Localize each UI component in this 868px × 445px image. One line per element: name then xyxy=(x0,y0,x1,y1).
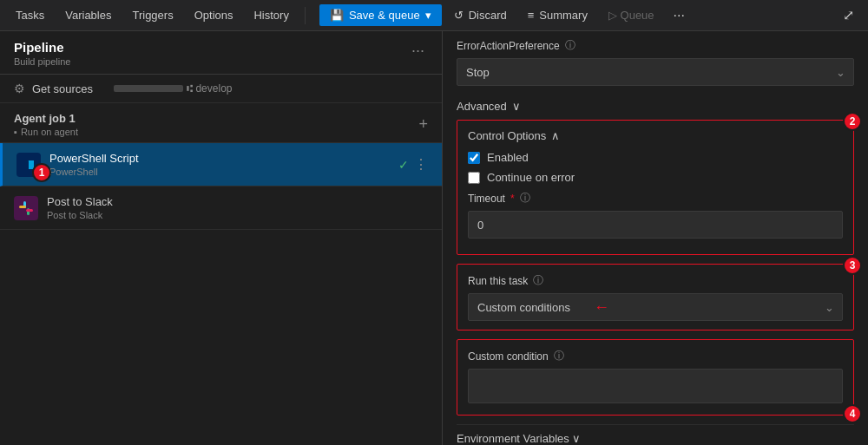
timeout-input[interactable] xyxy=(468,211,843,239)
right-panel: ErrorActionPreference ⓘ Stop Continue Si… xyxy=(443,31,868,445)
timeout-info-icon[interactable]: ⓘ xyxy=(520,191,530,206)
branch-name: develop xyxy=(195,82,232,95)
expand-button[interactable]: ⤢ xyxy=(836,3,861,28)
nav-triggers[interactable]: Triggers xyxy=(123,3,181,27)
custom-condition-label-row: Custom condition ⓘ xyxy=(468,349,843,363)
top-nav: Tasks Variables Triggers Options History… xyxy=(0,0,868,31)
summary-label: Summary xyxy=(539,9,588,22)
discard-label: Discard xyxy=(469,9,507,22)
advanced-chevron-icon: ∨ xyxy=(512,100,521,113)
error-action-label: ErrorActionPreference ⓘ xyxy=(457,38,854,53)
timeout-label-row: Timeout * ⓘ xyxy=(468,191,843,206)
task-actions-powershell: ✓ ⋮ xyxy=(398,156,428,173)
env-variables-label: Environment Variables xyxy=(457,432,569,445)
task-menu-icon[interactable]: ⋮ xyxy=(414,156,428,173)
branch-icon: ⑆ xyxy=(187,82,193,95)
svg-rect-4 xyxy=(19,206,26,208)
continue-on-error-label: Continue on error xyxy=(487,171,575,184)
continue-on-error-row: Continue on error xyxy=(468,171,843,184)
enabled-row: Enabled xyxy=(468,151,843,164)
custom-condition-label-text: Custom condition xyxy=(468,350,549,363)
enabled-checkbox[interactable] xyxy=(468,152,480,164)
queue-button: ▷ Queue xyxy=(600,4,663,26)
agent-job-info: Agent job 1 ▪ Run on agent xyxy=(14,112,78,137)
summary-icon: ≡ xyxy=(528,9,535,22)
add-task-button[interactable]: + xyxy=(418,115,428,134)
badge-4: 4 xyxy=(843,404,862,423)
control-options-box: 2 Control Options ∧ Enabled Continue on … xyxy=(457,120,854,255)
nav-history[interactable]: History xyxy=(245,3,297,27)
task-item-powershell[interactable]: PowerShell Script PowerShell ✓ ⋮ 1 xyxy=(0,143,442,187)
run-task-box: 3 Run this task ⓘ Custom conditions Alwa… xyxy=(457,264,854,330)
timeout-section: Timeout * ⓘ xyxy=(468,191,843,239)
task-item-slack[interactable]: Post to Slack Post to Slack xyxy=(0,187,442,230)
get-sources-label: Get sources xyxy=(32,82,93,95)
custom-condition-input[interactable] xyxy=(468,369,843,403)
agent-job-row: Agent job 1 ▪ Run on agent + xyxy=(0,103,442,143)
get-sources-row[interactable]: ⚙ Get sources ⑆ develop xyxy=(0,75,442,103)
control-options-header[interactable]: Control Options ∧ xyxy=(468,129,843,142)
run-task-select[interactable]: Custom conditions Always Only when a pre… xyxy=(468,293,843,321)
error-action-label-text: ErrorActionPreference xyxy=(457,40,560,52)
task-check-icon: ✓ xyxy=(398,158,409,172)
topnav-more-button[interactable]: ··· xyxy=(667,3,692,28)
nav-right: ⤢ xyxy=(836,3,861,28)
task-info-powershell: PowerShell Script PowerShell xyxy=(49,152,398,177)
error-action-select-wrapper: Stop Continue SilentlyContinue xyxy=(457,58,854,86)
slack-icon xyxy=(14,196,38,220)
run-task-label-text: Run this task xyxy=(468,275,528,287)
run-task-select-wrapper: Custom conditions Always Only when a pre… xyxy=(468,293,843,321)
nav-tasks[interactable]: Tasks xyxy=(7,3,53,27)
agent-job-subtitle: Run on agent xyxy=(21,127,78,137)
task-list: PowerShell Script PowerShell ✓ ⋮ 1 xyxy=(0,143,442,445)
task-sub-slack: Post to Slack xyxy=(47,210,428,220)
agent-job-sub: ▪ Run on agent xyxy=(14,127,78,137)
branch-bar xyxy=(114,85,183,92)
svg-marker-1 xyxy=(23,160,29,169)
get-sources-branch: ⑆ develop xyxy=(114,82,232,95)
agent-job-title: Agent job 1 xyxy=(14,112,78,125)
pipeline-info: Pipeline Build pipeline xyxy=(14,40,70,67)
timeout-label-text: Timeout xyxy=(468,193,505,205)
get-sources-icon: ⚙ xyxy=(14,82,25,95)
custom-condition-info-icon[interactable]: ⓘ xyxy=(554,349,564,363)
error-action-select[interactable]: Stop Continue SilentlyContinue xyxy=(457,58,854,86)
summary-button[interactable]: ≡ Summary xyxy=(519,4,596,26)
task-info-slack: Post to Slack Post to Slack xyxy=(47,195,428,220)
right-panel-inner: ErrorActionPreference ⓘ Stop Continue Si… xyxy=(443,38,868,445)
svg-rect-5 xyxy=(26,209,33,212)
continue-on-error-checkbox[interactable] xyxy=(468,172,480,184)
pipeline-header: Pipeline Build pipeline ··· xyxy=(0,31,442,75)
task-sub-powershell: PowerShell xyxy=(49,167,398,177)
env-variables-section[interactable]: Environment Variables ∨ xyxy=(457,424,854,445)
pipeline-more-button[interactable]: ··· xyxy=(408,40,428,62)
advanced-section-header[interactable]: Advanced ∨ xyxy=(457,93,854,120)
discard-button[interactable]: ↺ Discard xyxy=(445,4,516,26)
queue-label: Queue xyxy=(621,9,654,22)
advanced-label: Advanced xyxy=(457,100,507,113)
agent-icon: ▪ xyxy=(14,127,17,137)
pipeline-subtitle: Build pipeline xyxy=(14,56,70,67)
env-variables-chevron-icon: ∨ xyxy=(572,432,581,445)
custom-condition-box: 4 Custom condition ⓘ xyxy=(457,339,854,416)
timeout-required-star: * xyxy=(510,193,515,205)
main-content: Pipeline Build pipeline ··· ⚙ Get source… xyxy=(0,31,868,445)
error-action-info-icon[interactable]: ⓘ xyxy=(565,38,575,53)
task-name-powershell: PowerShell Script xyxy=(49,152,398,165)
save-icon: 💾 xyxy=(330,9,344,22)
save-queue-button[interactable]: 💾 Save & queue ▾ xyxy=(319,4,442,26)
save-queue-label: Save & queue xyxy=(349,9,420,22)
nav-actions: 💾 Save & queue ▾ ↺ Discard ≡ Summary ▷ Q… xyxy=(319,3,692,28)
save-dropdown-icon: ▾ xyxy=(425,9,431,22)
nav-options[interactable]: Options xyxy=(186,3,242,27)
control-options-chevron-icon: ∧ xyxy=(551,129,560,142)
run-task-info-icon[interactable]: ⓘ xyxy=(533,273,543,288)
branch-label: ⑆ develop xyxy=(187,82,232,95)
enabled-label: Enabled xyxy=(487,151,529,164)
nav-divider xyxy=(305,7,306,24)
nav-variables[interactable]: Variables xyxy=(56,3,120,27)
left-panel: Pipeline Build pipeline ··· ⚙ Get source… xyxy=(0,31,443,445)
control-options-label: Control Options xyxy=(468,129,546,142)
error-action-section: ErrorActionPreference ⓘ Stop Continue Si… xyxy=(457,38,854,86)
custom-conditions-row: Custom conditions Always Only when a pre… xyxy=(468,293,843,321)
